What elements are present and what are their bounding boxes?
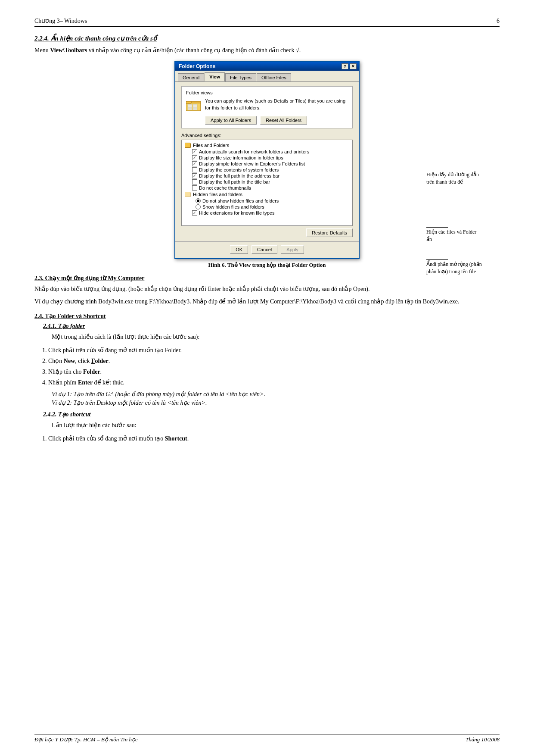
group-label-hidden-files: Hidden files and folders bbox=[193, 192, 242, 197]
advanced-settings-list[interactable]: Files and Folders Automatically search f… bbox=[181, 140, 353, 226]
apply-button[interactable]: Apply bbox=[281, 245, 304, 254]
footer-left: Đại học Y Dược Tp. HCM – Bộ môn Tin học bbox=[34, 736, 138, 743]
folder-hidden-small-icon bbox=[185, 192, 191, 197]
tab-view[interactable]: View bbox=[205, 72, 225, 81]
svg-rect-5 bbox=[188, 108, 192, 110]
list-item-full-path-address[interactable]: Display the full path in the address bar bbox=[183, 173, 351, 179]
section-224-body: Menu View\Toolbars và nhấp vào công cụ c… bbox=[34, 46, 500, 55]
step-241-2: Chọn New, click Folder. bbox=[48, 356, 500, 366]
checkbox-hide-extensions[interactable] bbox=[192, 210, 197, 216]
item-label-full-path-title: Display the full path in the title bar bbox=[199, 179, 270, 184]
step-241-4: Nhấn phím Enter để kết thúc. bbox=[48, 377, 500, 388]
annotation-2-text: Hiện các files và Folder ẩn bbox=[426, 229, 476, 242]
list-item-hide-extensions[interactable]: Hide extensions for known file types bbox=[183, 210, 351, 216]
restore-defaults-button[interactable]: Restore Defaults bbox=[306, 228, 353, 237]
section-224-heading: 2.2.4. Ẩn hiện các thanh công cụ trên cử… bbox=[34, 34, 500, 42]
dialog-area: Folder Options ? ✕ General View File Typ… bbox=[34, 61, 500, 259]
item-label-no-show-hidden: Do not show hidden files and folders bbox=[202, 198, 279, 203]
section-242-heading: 2.4.2. Tạo shortcut bbox=[43, 411, 500, 418]
cancel-button[interactable]: Cancel bbox=[251, 245, 277, 254]
annotation-2: Hiện các files và Folder ẩn bbox=[426, 227, 482, 242]
folder-group-icon bbox=[184, 142, 191, 148]
item-label-hide-extensions: Hide extensions for known file types bbox=[199, 210, 274, 216]
dialog-titlebar: Folder Options ? ✕ bbox=[175, 62, 359, 71]
step-241-3: Nhập tên cho Folder. bbox=[48, 366, 500, 377]
folder-options-dialog: Folder Options ? ✕ General View File Typ… bbox=[174, 61, 360, 259]
step-242-1: Click phải trên cửa sổ đang mở nơi muốn … bbox=[48, 433, 500, 444]
folder-icon bbox=[186, 99, 202, 112]
section-24: 2.4. Tạo Folder và Shortcut 2.4.1. Tạo f… bbox=[34, 312, 500, 444]
checkbox-system-folders[interactable] bbox=[192, 167, 197, 172]
section-23: 2.3. Chạy một ứng dụng từ My Computer Nh… bbox=[34, 275, 500, 306]
svg-rect-3 bbox=[188, 104, 192, 108]
group-label-files-folders: Files and Folders bbox=[193, 143, 229, 148]
folder-small-icon bbox=[185, 143, 191, 148]
section-23-heading: 2.3. Chạy một ứng dụng từ My Computer bbox=[34, 275, 500, 282]
item-label-full-path-address: Display the full path in the address bar bbox=[199, 173, 279, 178]
item-label-no-cache-thumbnails: Do not cache thumbnails bbox=[199, 185, 251, 191]
figure-caption: Hình 6. Thẻ View trong hộp thoại Folder … bbox=[34, 262, 500, 269]
radio-no-show-hidden[interactable] bbox=[196, 198, 201, 203]
checkbox-no-cache-thumbnails[interactable] bbox=[192, 185, 197, 191]
dialog-body: Folder views bbox=[175, 81, 359, 241]
page: Chương 3– Windows 6 2.2.4. Ẩn hiện các t… bbox=[0, 0, 534, 756]
list-item-no-cache-thumbnails[interactable]: Do not cache thumbnails bbox=[183, 185, 351, 191]
item-label-show-hidden: Show hidden files and folders bbox=[202, 204, 264, 209]
page-footer: Đại học Y Dược Tp. HCM – Bộ môn Tin học … bbox=[34, 734, 500, 743]
radio-show-hidden[interactable] bbox=[196, 204, 201, 209]
folder-hidden-icon bbox=[184, 191, 191, 197]
item-label-auto-search: Automatically search for network folders… bbox=[199, 149, 309, 154]
section-241-ex2: Ví dụ 2: Tạo trên Desktop một folder có … bbox=[52, 399, 500, 406]
section-23-body2: Ví dụ chạy chương trình Body3win.exe tro… bbox=[34, 297, 500, 306]
apply-to-all-folders-button[interactable]: Apply to All Folders bbox=[205, 116, 257, 125]
advanced-settings-label: Advanced settings: bbox=[181, 133, 353, 138]
ok-button[interactable]: OK bbox=[230, 245, 248, 254]
footer-right: Tháng 10/2008 bbox=[466, 736, 500, 743]
help-button[interactable]: ? bbox=[342, 63, 348, 69]
checkbox-full-path-title[interactable] bbox=[192, 179, 197, 184]
svg-rect-4 bbox=[193, 104, 197, 108]
list-item-show-hidden[interactable]: Show hidden files and folders bbox=[183, 204, 351, 210]
folder-views-buttons: Apply to All Folders Reset All Folders bbox=[205, 116, 348, 125]
section-242-steps-list: Click phải trên cửa sổ đang mở nơi muốn … bbox=[48, 433, 500, 444]
list-item-no-show-hidden[interactable]: Do not show hidden files and folders bbox=[183, 198, 351, 204]
section-242-body: Lần lượt thực hiện các bước sau: bbox=[52, 421, 500, 430]
tab-file-types[interactable]: File Types bbox=[225, 73, 256, 81]
page-header: Chương 3– Windows 6 bbox=[34, 17, 500, 27]
section-24-heading: 2.4. Tạo Folder và Shortcut bbox=[34, 312, 500, 320]
restore-defaults-row: Restore Defaults bbox=[181, 228, 353, 237]
dialog-bottom-buttons: OK Cancel Apply bbox=[175, 241, 359, 258]
item-label-filesize-tips: Display file size information in folder … bbox=[199, 155, 283, 160]
checkbox-simple-folder[interactable] bbox=[192, 161, 197, 166]
dialog-title: Folder Options bbox=[179, 63, 215, 69]
list-item-filesize-tips[interactable]: Display file size information in folder … bbox=[183, 155, 351, 161]
list-group-files-folders: Files and Folders bbox=[183, 142, 351, 149]
section-23-body1: Nhắp đúp vào biểu tượng ứng dụng. (hoặc … bbox=[34, 284, 500, 294]
dialog-tabs: General View File Types Offline Files bbox=[175, 71, 359, 81]
checkbox-filesize-tips[interactable] bbox=[192, 155, 197, 160]
section-241-ex1: Ví dụ 1: Tạo trên đĩa G:\ (hoặc ổ đĩa ph… bbox=[52, 390, 500, 398]
svg-rect-6 bbox=[193, 108, 197, 110]
section-224: 2.2.4. Ẩn hiện các thanh công cụ trên cử… bbox=[34, 34, 500, 269]
section-241-heading: 2.4.1. Tạo folder bbox=[43, 322, 500, 330]
list-item-auto-search[interactable]: Automatically search for network folders… bbox=[183, 149, 351, 155]
folder-views-text: You can apply the view (such as Details … bbox=[205, 98, 348, 111]
titlebar-icons: ? ✕ bbox=[342, 63, 357, 69]
tab-general[interactable]: General bbox=[178, 73, 204, 81]
folder-views-content: You can apply the view (such as Details … bbox=[186, 98, 348, 112]
item-label-simple-folder: Display simple folder view in Explorer's… bbox=[199, 161, 305, 166]
list-group-hidden-files: Hidden files and folders bbox=[183, 191, 351, 198]
list-item-full-path-title[interactable]: Display the full path in the title bar bbox=[183, 179, 351, 185]
folder-views-label: Folder views bbox=[186, 90, 348, 95]
list-item-simple-folder[interactable]: Display simple folder view in Explorer's… bbox=[183, 161, 351, 167]
reset-all-folders-button[interactable]: Reset All Folders bbox=[260, 116, 307, 125]
folder-views-box: Folder views bbox=[181, 86, 353, 128]
step-241-1: Click phải trên cửa sổ đang mở nơi muốn … bbox=[48, 345, 500, 356]
close-button[interactable]: ✕ bbox=[350, 63, 357, 69]
checkbox-auto-search[interactable] bbox=[192, 149, 197, 154]
checkbox-full-path-address[interactable] bbox=[192, 173, 197, 178]
list-item-system-folders[interactable]: Display the contents of system folders bbox=[183, 167, 351, 173]
section-241-body: Một trong nhiều cách là (lần lượt thực h… bbox=[52, 332, 500, 342]
tab-offline-files[interactable]: Offline Files bbox=[257, 73, 291, 81]
header-left: Chương 3– Windows bbox=[34, 17, 87, 25]
